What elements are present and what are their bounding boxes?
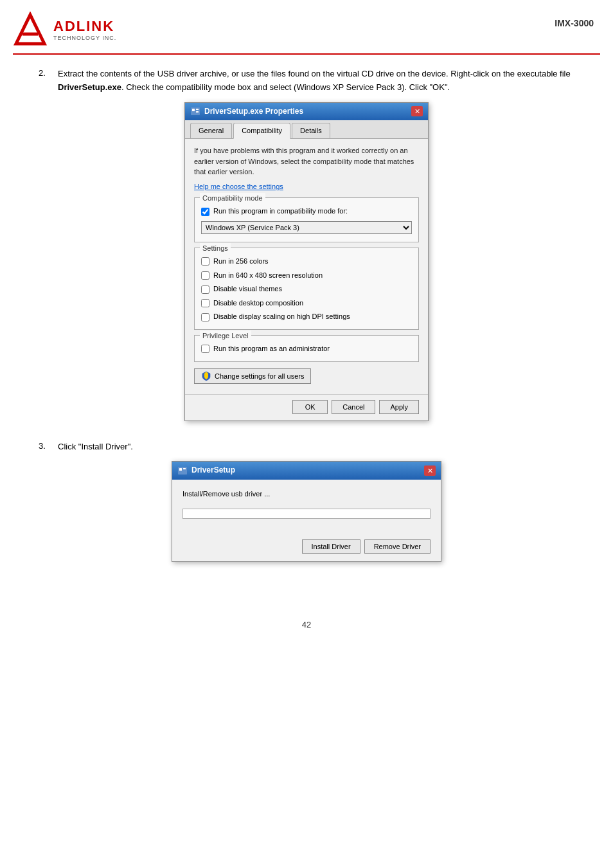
- properties-dialog-container: DriverSetup.exe Properties ✕ General Com…: [39, 102, 574, 421]
- driver-dialog-container: DriverSetup ✕ Install/Remove usb driver …: [39, 461, 574, 562]
- ok-button[interactable]: OK: [292, 400, 328, 414]
- properties-dialog: DriverSetup.exe Properties ✕ General Com…: [184, 102, 429, 421]
- dialog-footer: OK Cancel Apply: [185, 394, 428, 420]
- privilege-label: Privilege Level: [200, 330, 251, 342]
- cb-visual-themes-label: Disable visual themes: [213, 284, 282, 295]
- step-2-text: Extract the contents of the USB driver a…: [58, 68, 574, 421]
- logo-area: ADLINK TECHNOLOGY INC.: [13, 12, 116, 47]
- compat-select-row: Windows XP (Service Pack 3) Windows Vist…: [201, 221, 412, 234]
- step-2-block: 2. Extract the contents of the USB drive…: [39, 68, 574, 421]
- shield-icon: [201, 371, 211, 381]
- driver-dialog: DriverSetup ✕ Install/Remove usb driver …: [172, 461, 441, 562]
- svg-rect-2: [191, 107, 200, 115]
- cb-admin-label: Run this program as an administrator: [213, 343, 330, 355]
- cancel-button[interactable]: Cancel: [332, 400, 375, 414]
- settings-section: Settings Run in 256 colors Run in 640 x …: [194, 248, 419, 330]
- run-compat-label: Run this program in compatibility mode f…: [213, 206, 348, 217]
- step-2-bold: DriverSetup.exe: [58, 82, 121, 92]
- main-content: 2. Extract the contents of the USB drive…: [0, 55, 613, 594]
- titlebar-title: DriverSetup.exe Properties: [204, 105, 303, 118]
- setting-desktop-comp: Disable desktop composition: [201, 298, 412, 309]
- dialog-body: If you have problems with this program a…: [185, 139, 428, 393]
- cb-admin[interactable]: [201, 345, 209, 353]
- step-2-text-p2: . Check the compatibility mode box and s…: [121, 82, 450, 92]
- cb-dpi-scaling[interactable]: [201, 313, 209, 321]
- svg-rect-7: [179, 468, 182, 471]
- driver-titlebar-title: DriverSetup: [191, 464, 235, 476]
- adlink-subtitle: TECHNOLOGY INC.: [53, 35, 116, 41]
- cb-256colors-label: Run in 256 colors: [213, 256, 269, 267]
- setting-visual-themes: Disable visual themes: [201, 284, 412, 295]
- adlink-name: ADLINK: [53, 18, 116, 35]
- apply-button[interactable]: Apply: [379, 400, 419, 414]
- privilege-row: Run this program as an administrator: [201, 343, 412, 355]
- svg-marker-0: [16, 15, 44, 44]
- help-link[interactable]: Help me choose the settings: [194, 183, 283, 190]
- logo-text: ADLINK TECHNOLOGY INC.: [53, 18, 116, 41]
- page-header: ADLINK TECHNOLOGY INC. IMX-3000: [0, 0, 613, 53]
- svg-rect-8: [183, 468, 186, 469]
- svg-rect-4: [196, 109, 199, 110]
- svg-rect-5: [196, 111, 199, 113]
- tab-details[interactable]: Details: [292, 123, 330, 139]
- compat-info-text: If you have problems with this program a…: [194, 145, 419, 177]
- cb-visual-themes[interactable]: [201, 285, 209, 294]
- run-compat-checkbox[interactable]: [201, 208, 209, 216]
- model-label: IMX-3000: [555, 18, 594, 28]
- cb-640x480-label: Run in 640 x 480 screen resolution: [213, 270, 323, 282]
- close-button[interactable]: ✕: [411, 106, 423, 116]
- tab-compatibility[interactable]: Compatibility: [233, 123, 290, 140]
- driver-dialog-body: Install/Remove usb driver ...: [172, 480, 441, 535]
- compat-select[interactable]: Windows XP (Service Pack 3) Windows Vist…: [201, 221, 412, 234]
- titlebar-left: DriverSetup.exe Properties: [190, 105, 303, 118]
- settings-label: Settings: [200, 243, 231, 255]
- change-settings-button[interactable]: Change settings for all users: [194, 368, 311, 384]
- driver-titlebar-left: DriverSetup: [177, 464, 235, 476]
- driver-progress-bar: [182, 509, 431, 519]
- install-driver-button[interactable]: Install Driver: [302, 539, 360, 554]
- cb-dpi-scaling-label: Disable display scaling on high DPI sett…: [213, 311, 350, 323]
- driver-info-text: Install/Remove usb driver ...: [182, 489, 431, 500]
- page-number: 42: [0, 620, 613, 642]
- titlebar-icon: [190, 106, 200, 116]
- step-3-text-content: Click "Install Driver".: [58, 442, 133, 451]
- step-3-block: 3. Click "Install Driver". DriverSe: [39, 440, 574, 563]
- run-compat-row: Run this program in compatibility mode f…: [201, 206, 412, 217]
- driver-title-icon: [177, 466, 188, 476]
- adlink-logo-icon: [13, 12, 48, 47]
- setting-256colors: Run in 256 colors: [201, 256, 412, 267]
- svg-rect-6: [178, 467, 187, 475]
- step-2-text-p1: Extract the contents of the USB driver a…: [58, 69, 571, 78]
- step-3-text: Click "Install Driver". DriverSetup: [58, 440, 574, 563]
- tab-general[interactable]: General: [190, 123, 232, 139]
- setting-dpi-scaling: Disable display scaling on high DPI sett…: [201, 311, 412, 323]
- setting-640x480: Run in 640 x 480 screen resolution: [201, 270, 412, 282]
- compat-mode-section: Compatibility mode Run this program in c…: [194, 197, 419, 242]
- compat-mode-label: Compatibility mode: [200, 193, 265, 204]
- driver-close-button[interactable]: ✕: [424, 466, 436, 476]
- driver-footer: Install Driver Remove Driver: [172, 534, 441, 561]
- remove-driver-button[interactable]: Remove Driver: [364, 539, 431, 554]
- driver-titlebar: DriverSetup ✕: [172, 462, 441, 479]
- settings-checkboxes: Run in 256 colors Run in 640 x 480 scree…: [201, 256, 412, 323]
- svg-rect-3: [192, 109, 195, 111]
- cb-desktop-comp-label: Disable desktop composition: [213, 298, 303, 309]
- change-settings-label: Change settings for all users: [215, 372, 304, 380]
- change-settings-area: Change settings for all users: [194, 368, 419, 384]
- privilege-section: Privilege Level Run this program as an a…: [194, 335, 419, 362]
- cb-640x480[interactable]: [201, 271, 209, 280]
- cb-desktop-comp[interactable]: [201, 299, 209, 307]
- dialog-tabs: General Compatibility Details: [185, 120, 428, 140]
- cb-256colors[interactable]: [201, 257, 209, 266]
- properties-titlebar: DriverSetup.exe Properties ✕: [185, 103, 428, 120]
